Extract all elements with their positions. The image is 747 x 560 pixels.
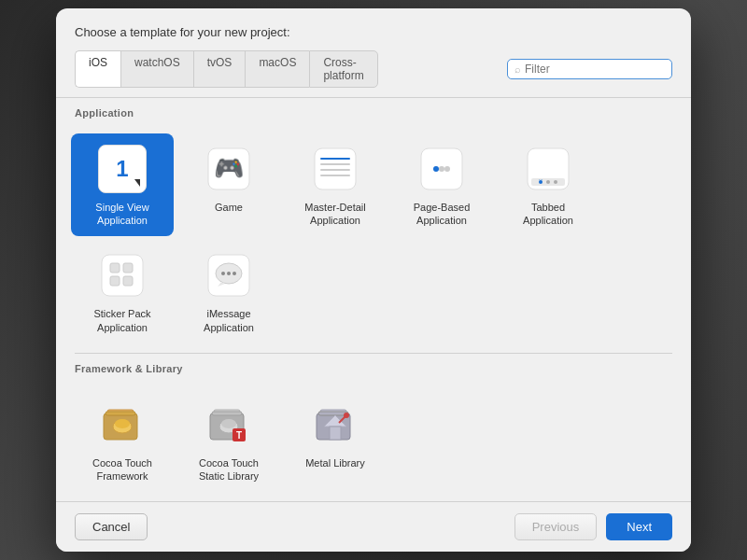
svg-text:T: T xyxy=(236,430,242,441)
application-items-grid: 1 Single ViewApplication 🎮 Game xyxy=(56,124,691,353)
cancel-button[interactable]: Cancel xyxy=(75,513,148,540)
template-metal-library[interactable]: Metal Library xyxy=(284,389,387,493)
tab-macos[interactable]: macOS xyxy=(245,50,309,88)
svg-point-26 xyxy=(233,272,236,275)
sticker-pack-icon xyxy=(98,251,147,300)
application-section-label: Application xyxy=(56,98,691,124)
sticker-pack-icon-box xyxy=(96,249,148,301)
tabbed-icon-box: ··· xyxy=(522,143,574,195)
game-icon: 🎮 xyxy=(204,145,253,193)
cocoa-touch-framework-icon-box xyxy=(96,399,148,451)
svg-point-31 xyxy=(115,419,130,428)
cocoa-touch-static-label: Cocoa TouchStatic Library xyxy=(199,456,259,483)
tab-crossplatform[interactable]: Cross-platform xyxy=(309,50,377,88)
page-based-label: Page-BasedApplication xyxy=(414,201,471,228)
filter-input[interactable] xyxy=(525,63,665,76)
page-based-icon xyxy=(417,145,466,193)
footer: Cancel Previous Next xyxy=(56,501,691,552)
game-label: Game xyxy=(215,201,243,214)
svg-text:🎮: 🎮 xyxy=(214,153,245,183)
tabbed-icon: ··· xyxy=(524,145,572,193)
previous-button[interactable]: Previous xyxy=(514,513,598,540)
svg-rect-19 xyxy=(123,263,133,273)
svg-rect-20 xyxy=(110,276,120,286)
svg-rect-6 xyxy=(320,175,350,176)
template-cocoa-touch-static[interactable]: T Cocoa TouchStatic Library xyxy=(177,389,280,493)
filter-container: ⌕ xyxy=(507,59,672,79)
cocoa-touch-framework-icon xyxy=(98,400,147,449)
svg-point-10 xyxy=(444,166,450,172)
page-based-icon-box xyxy=(416,143,468,195)
sticker-pack-label: Sticker PackApplication xyxy=(93,307,150,334)
metal-library-icon-box xyxy=(309,399,361,451)
footer-right: Previous Next xyxy=(514,513,672,540)
cursor-icon xyxy=(134,179,140,187)
search-icon: ⌕ xyxy=(514,63,521,75)
imessage-icon xyxy=(204,251,253,300)
master-detail-icon xyxy=(311,145,359,193)
template-tabbed[interactable]: ··· TabbedApplication xyxy=(497,133,599,237)
metal-library-label: Metal Library xyxy=(305,456,365,469)
template-cocoa-touch-framework[interactable]: Cocoa TouchFramework xyxy=(71,389,174,493)
imessage-icon-box xyxy=(203,249,255,301)
svg-point-45 xyxy=(344,413,349,418)
framework-section-label: Framework & Library xyxy=(56,354,691,380)
svg-point-24 xyxy=(221,272,225,275)
template-single-view-application[interactable]: 1 Single ViewApplication xyxy=(71,133,174,237)
svg-rect-17 xyxy=(102,255,143,296)
svg-rect-43 xyxy=(330,427,341,440)
tab-ios[interactable]: iOS xyxy=(75,50,120,88)
template-imessage[interactable]: iMessageApplication xyxy=(177,240,280,343)
tab-tvos[interactable]: tvOS xyxy=(193,50,246,88)
master-detail-icon-box xyxy=(309,143,361,195)
svg-rect-21 xyxy=(123,276,133,286)
imessage-label: iMessageApplication xyxy=(204,307,254,334)
framework-items-grid: Cocoa TouchFramework T Cocoa TouchStatic xyxy=(56,380,691,502)
toolbar: iOS watchOS tvOS macOS Cross-platform ⌕ xyxy=(56,50,691,98)
svg-rect-18 xyxy=(110,263,120,273)
tabbed-label: TabbedApplication xyxy=(523,201,573,228)
metal-library-icon xyxy=(311,400,359,449)
dialog-title: Choose a template for your new project: xyxy=(56,8,691,50)
svg-text:···: ··· xyxy=(538,176,543,182)
single-view-label: Single ViewApplication xyxy=(95,201,148,228)
single-view-icon-box: 1 xyxy=(96,143,148,195)
svg-point-14 xyxy=(546,180,550,184)
template-master-detail[interactable]: Master-DetailApplication xyxy=(284,133,387,237)
cocoa-touch-static-icon: T xyxy=(204,400,253,449)
svg-point-36 xyxy=(221,419,236,428)
svg-rect-29 xyxy=(106,412,135,415)
template-sticker-pack[interactable]: Sticker PackApplication xyxy=(71,240,174,343)
master-detail-label: Master-DetailApplication xyxy=(304,201,365,228)
template-game[interactable]: 🎮 Game xyxy=(177,133,280,237)
svg-rect-34 xyxy=(212,412,242,415)
cocoa-touch-framework-label: Cocoa TouchFramework xyxy=(92,456,152,483)
template-page-based[interactable]: Page-BasedApplication xyxy=(390,133,493,237)
next-button[interactable]: Next xyxy=(606,513,672,540)
svg-point-8 xyxy=(433,166,439,172)
single-view-icon: 1 xyxy=(98,145,147,193)
svg-point-15 xyxy=(554,180,557,184)
svg-point-25 xyxy=(227,272,231,275)
content-area: Application 1 Single ViewApplication xyxy=(56,98,691,502)
svg-rect-3 xyxy=(320,158,350,160)
svg-rect-5 xyxy=(320,169,350,171)
svg-point-9 xyxy=(439,166,444,172)
tab-watchos[interactable]: watchOS xyxy=(120,50,193,88)
cocoa-touch-static-icon-box: T xyxy=(203,399,255,451)
game-icon-box: 🎮 xyxy=(203,143,255,195)
tab-bar: iOS watchOS tvOS macOS Cross-platform xyxy=(75,50,378,88)
svg-rect-4 xyxy=(320,163,350,165)
new-project-dialog: Choose a template for your new project: … xyxy=(56,8,691,553)
